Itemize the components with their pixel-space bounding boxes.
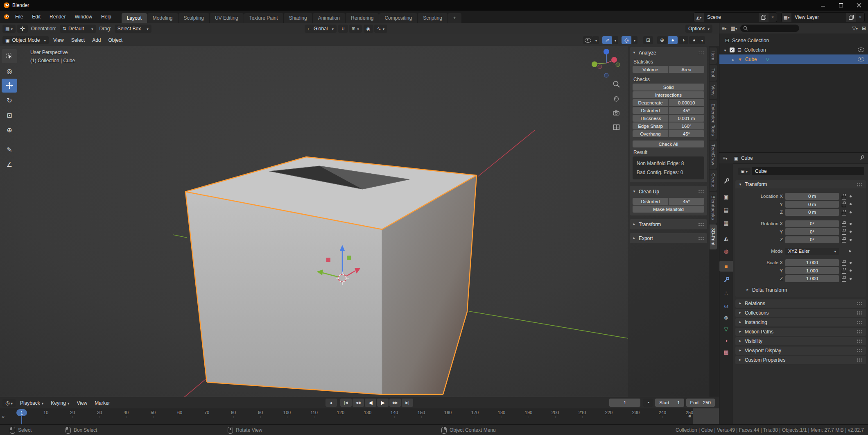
snap-settings-dropdown[interactable]: ⊞	[349, 25, 362, 33]
pan-hand-icon[interactable]	[613, 95, 620, 104]
lock-icon[interactable]	[842, 196, 846, 199]
gizmo-axis-x-neg[interactable]	[598, 65, 602, 69]
workspace-tab-modeling[interactable]: Modeling	[147, 13, 178, 23]
panel-relations[interactable]: Relations	[735, 299, 866, 308]
transform-panel-header[interactable]: Transform	[735, 180, 866, 188]
tool-move[interactable]	[2, 79, 17, 93]
tab-blendpeaks[interactable]: Blendpeaks	[710, 192, 717, 224]
check-intersections-button[interactable]: Intersections	[633, 91, 704, 98]
visibility-dropdown-icon[interactable]	[593, 36, 599, 44]
cleanup-distorted-value[interactable]: 45°	[669, 198, 704, 205]
pin-icon[interactable]	[859, 155, 865, 162]
tool-scale[interactable]: ⊡	[2, 108, 17, 122]
current-frame-field[interactable]: 1	[609, 399, 640, 407]
tab-create[interactable]: Create	[710, 170, 717, 191]
outliner-row-cube[interactable]: ▼ Cube ▽	[719, 54, 868, 64]
panel-viewport-display[interactable]: Viewport Display	[735, 347, 866, 355]
view-layer-name[interactable]: View Layer	[791, 13, 846, 22]
unlink-scene-icon[interactable]: ×	[769, 14, 777, 20]
workspace-tab-rendering[interactable]: Rendering	[346, 13, 379, 23]
active-tool-move-icon[interactable]: ✛	[17, 25, 28, 33]
playhead[interactable]: 1	[16, 409, 27, 416]
area-button[interactable]: Area	[669, 66, 704, 73]
panel-grip-icon[interactable]	[857, 358, 863, 362]
hide-object-eye-icon[interactable]	[858, 57, 864, 61]
workspace-tab-texture-paint[interactable]: Texture Paint	[244, 13, 283, 23]
check-overhang-button[interactable]: Overhang	[633, 130, 668, 137]
tab-tool[interactable]: Tool	[710, 65, 717, 81]
volume-button[interactable]: Volume	[633, 66, 668, 73]
tab-output-icon[interactable]: ▤	[719, 204, 733, 215]
duplicate-view-layer-icon[interactable]	[846, 13, 856, 22]
gizmo-plane-handle-x[interactable]	[326, 258, 330, 262]
outliner-row-scene-collection[interactable]: ⊟ Scene Collection	[719, 36, 868, 45]
show-gizmo-icon[interactable]: ↗	[602, 36, 612, 44]
panel-grip-icon[interactable]	[857, 349, 863, 352]
overlays-dropdown-icon[interactable]	[632, 36, 637, 44]
workspace-tab-animation[interactable]: Animation	[313, 13, 345, 23]
tool-transform[interactable]: ⊕	[2, 123, 17, 137]
export-panel-header[interactable]: Export	[633, 234, 704, 242]
animate-dot-icon[interactable]	[850, 231, 852, 233]
overhang-value[interactable]: 45°	[669, 130, 704, 137]
panel-grip-icon[interactable]	[857, 311, 863, 315]
timeline-ruler[interactable]: 10 20 30 40 50 60 70 80 90 100 110 120 1…	[0, 408, 719, 425]
tab-view[interactable]: View	[710, 82, 717, 99]
object-visibility-icon[interactable]	[583, 36, 593, 44]
menu-playback[interactable]: Playback	[16, 400, 47, 406]
scale-x-field[interactable]: 1.000	[785, 259, 839, 266]
drag-dropdown[interactable]: Select Box	[115, 25, 151, 33]
tool-measure[interactable]: ∠	[2, 157, 17, 171]
timeline-editor-type-icon[interactable]: ◷	[2, 399, 16, 407]
animate-dot-icon[interactable]	[850, 211, 852, 213]
ortho-perspective-icon[interactable]	[613, 123, 620, 132]
scene-name[interactable]: Scene	[704, 13, 759, 22]
location-x-field[interactable]: 0 m	[785, 193, 839, 200]
panel-grip-icon[interactable]	[698, 222, 704, 226]
proportional-falloff-dropdown[interactable]: ∿	[374, 25, 388, 33]
gizmo-axis-x[interactable]	[611, 57, 617, 63]
hide-collection-eye-icon[interactable]	[858, 48, 864, 52]
check-distorted-button[interactable]: Distorted	[633, 107, 668, 114]
display-mode-dropdown-icon[interactable]: ≡	[722, 25, 727, 31]
proportional-edit-icon[interactable]: ◉	[364, 25, 373, 33]
outliner-search-input[interactable]	[740, 25, 799, 32]
end-frame-field[interactable]: End250	[686, 399, 715, 407]
lock-icon[interactable]	[842, 204, 846, 207]
menu-help[interactable]: Help	[97, 11, 116, 23]
record-button[interactable]: ●	[326, 399, 337, 407]
rotation-mode-dropdown[interactable]: XYZ Euler	[785, 248, 839, 255]
tab-scene-icon[interactable]: ◭	[719, 233, 733, 243]
menu-timeline-view[interactable]: View	[73, 400, 91, 406]
tool-cursor[interactable]: ◎	[2, 64, 17, 78]
tab-constraints-icon[interactable]: ⊚	[719, 312, 733, 323]
menu-render[interactable]: Render	[45, 11, 70, 23]
tool-rotate[interactable]: ↻	[2, 93, 17, 107]
maximize-button[interactable]	[832, 0, 850, 11]
add-workspace-button[interactable]: +	[448, 13, 461, 23]
panel-instancing[interactable]: Instancing	[735, 318, 866, 326]
animate-dot-icon[interactable]	[850, 270, 852, 272]
viewport-canvas[interactable]	[0, 46, 719, 397]
tab-texture-icon[interactable]: ▩	[719, 347, 733, 357]
show-overlays-icon[interactable]: ◎	[622, 36, 631, 44]
workspace-tab-sculpting[interactable]: Sculpting	[179, 13, 209, 23]
panel-grip-icon[interactable]	[698, 236, 704, 240]
animate-dot-icon[interactable]	[850, 239, 852, 241]
tool-annotate[interactable]: ✎	[2, 143, 17, 156]
analyze-panel-header[interactable]: Analyze	[633, 48, 704, 57]
menu-add[interactable]: Add	[88, 37, 104, 43]
cleanup-distorted-button[interactable]: Distorted	[633, 198, 668, 205]
degenerate-value[interactable]: 0.00010	[669, 99, 704, 106]
tab-tool-icon[interactable]	[719, 176, 733, 186]
duplicate-scene-icon[interactable]	[759, 13, 769, 22]
lock-icon[interactable]	[842, 270, 846, 274]
play-button[interactable]: ▶	[377, 399, 389, 407]
gizmo-axis-z-neg[interactable]	[604, 73, 608, 77]
tab-world-icon[interactable]: ◍	[719, 246, 733, 256]
panel-grip-icon[interactable]	[857, 183, 863, 186]
lock-icon[interactable]	[842, 231, 846, 235]
region-expand-icon[interactable]: »	[2, 413, 5, 419]
viewport-3d[interactable]: User Perspective (1) Collection | Cube ◎…	[0, 46, 719, 397]
collection-label[interactable]: Collection	[744, 47, 766, 53]
